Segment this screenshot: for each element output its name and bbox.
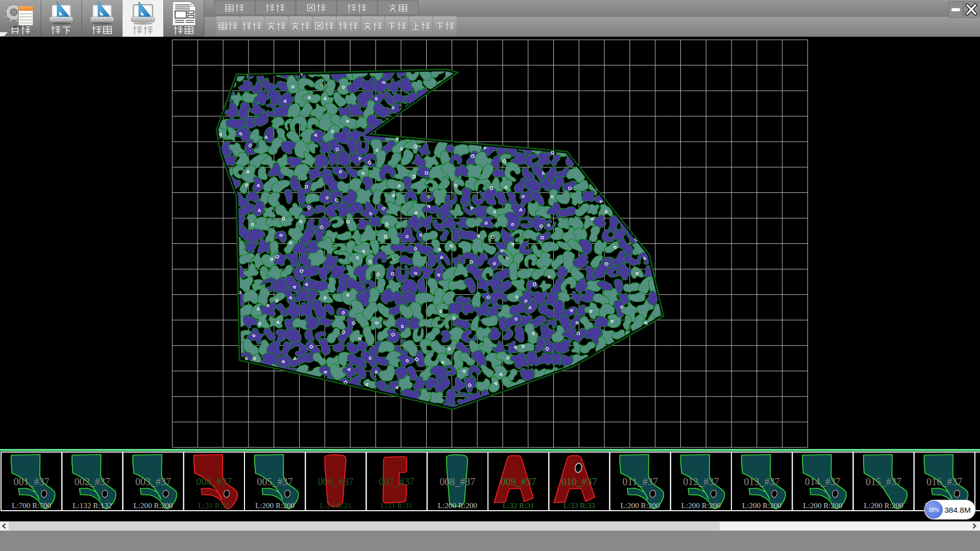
svg-text:012_#37: 012_#37 <box>683 476 719 487</box>
svg-text:L:132 R:132: L:132 R:132 <box>72 501 112 510</box>
svg-text:002_#37: 002_#37 <box>75 476 110 487</box>
svg-text:010_#37: 010_#37 <box>561 476 597 487</box>
svg-text:001_#37: 001_#37 <box>14 476 50 487</box>
svg-text:014_#37: 014_#37 <box>805 476 841 487</box>
svg-text:L:200 R:200: L:200 R:200 <box>255 501 295 510</box>
svg-text:L:200 R:200: L:200 R:200 <box>681 501 721 510</box>
svg-text:008_#37: 008_#37 <box>439 476 475 487</box>
svg-text:L:21 R:21: L:21 R:21 <box>320 501 352 510</box>
svg-text:013_#37: 013_#37 <box>744 476 780 487</box>
svg-text:L:200 R:200: L:200 R:200 <box>803 501 843 510</box>
svg-text:L:200 R:200: L:200 R:200 <box>742 501 782 510</box>
svg-text:007_#37: 007_#37 <box>379 476 414 487</box>
svg-text:015_#37: 015_#37 <box>866 476 901 487</box>
svg-text:L:200 R:200: L:200 R:200 <box>438 501 478 510</box>
svg-text:003_#37: 003_#37 <box>135 476 171 487</box>
svg-text:38%: 38% <box>928 507 939 513</box>
svg-text:016_#37: 016_#37 <box>926 476 962 487</box>
svg-text:384.8M: 384.8M <box>944 506 971 514</box>
svg-text:L:200 R:200: L:200 R:200 <box>133 501 173 510</box>
svg-text:L:200 R:200: L:200 R:200 <box>620 501 660 510</box>
svg-text:L:31 R:31: L:31 R:31 <box>198 501 230 510</box>
svg-text:004_#37: 004_#37 <box>196 476 232 487</box>
svg-text:006_#37: 006_#37 <box>318 476 354 487</box>
svg-text:L:33 R:33: L:33 R:33 <box>564 501 595 510</box>
svg-text:L:31 R:31: L:31 R:31 <box>381 501 412 510</box>
svg-text:L:700 R:700: L:700 R:700 <box>12 501 52 510</box>
svg-text:011_#37: 011_#37 <box>622 476 657 487</box>
svg-text:L:200 R:200: L:200 R:200 <box>864 501 903 510</box>
svg-text:005_#37: 005_#37 <box>257 476 293 487</box>
svg-text:009_#37: 009_#37 <box>501 476 536 487</box>
svg-text:L:32 R:31: L:32 R:31 <box>503 501 534 510</box>
